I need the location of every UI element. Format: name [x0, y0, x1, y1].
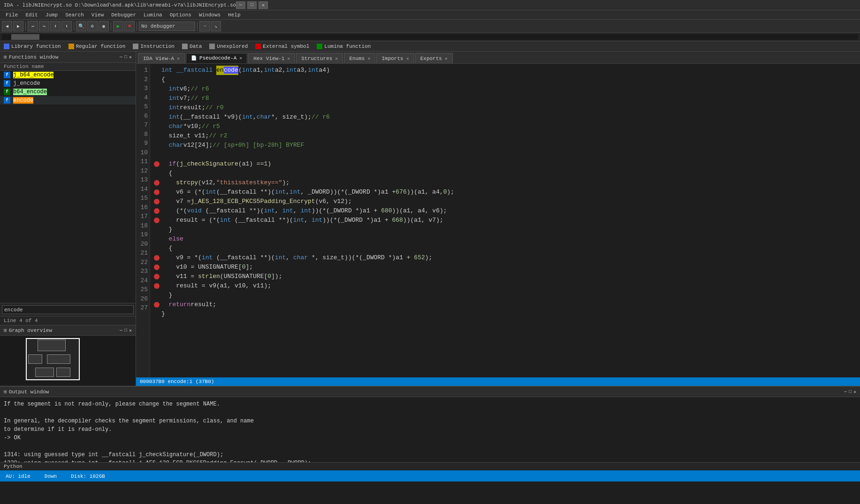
output-line-2 — [4, 408, 856, 417]
toolbar-btn-step[interactable]: → — [199, 21, 210, 31]
python-prompt[interactable]: Python — [0, 462, 860, 470]
output-section: ⊞ Output window — □ ✕ If the segment is … — [0, 386, 860, 470]
menu-item-jump[interactable]: Jump — [42, 11, 61, 19]
bp-15 — [154, 199, 160, 204]
graph-overview-minimize-icon[interactable]: — — [120, 328, 122, 333]
function-list: f j_b64_encode f j_encode f b64_encode f… — [0, 71, 136, 303]
tab-ida-view-a[interactable]: IDA View-A ✕ — [138, 53, 185, 63]
toolbar-btn-8[interactable]: ⚙ — [87, 21, 98, 31]
tab-hex-view-1-close[interactable]: ✕ — [287, 56, 290, 61]
titlebar: IDA - libJNIEncrypt.so D:\Download\and.a… — [0, 0, 860, 10]
functions-float-icon[interactable]: □ — [124, 54, 127, 60]
func-label-b64-encode: b64_encode — [13, 89, 47, 95]
toolbar-btn-1[interactable]: ◀ — [2, 21, 12, 31]
tab-structures[interactable]: Structures ✕ — [296, 53, 343, 63]
func-icon-j-b64: f — [4, 72, 10, 78]
code-line-21: v9 = *(int (__fastcall **)(int, char *, … — [154, 253, 856, 263]
toolbar-btn-2[interactable]: ▶ — [13, 21, 23, 31]
tab-imports-close[interactable]: ✕ — [406, 56, 409, 61]
bp-24 — [154, 283, 160, 289]
status-disk: Disk: 102GB — [71, 474, 105, 479]
tab-hex-view-1[interactable]: Hex View-1 ✕ — [248, 53, 295, 63]
output-line-7: 1314: using guessed type int __fastcall … — [4, 451, 856, 459]
graph-overview-float-icon[interactable]: □ — [124, 328, 127, 333]
toolbar-btn-over[interactable]: ↘ — [211, 21, 221, 31]
functions-minimize-icon[interactable]: — — [120, 54, 122, 60]
minimize-button[interactable]: — — [236, 1, 245, 9]
main-area: ⊞ Functions window — □ ✕ Function name f… — [0, 52, 860, 386]
output-minimize-icon[interactable]: — — [844, 389, 847, 394]
bp-10 — [154, 152, 160, 158]
toolbar-btn-6[interactable]: ⬇ — [61, 21, 72, 31]
toolbar-btn-9[interactable]: ◉ — [99, 21, 109, 31]
func-item-encode[interactable]: f encode — [0, 96, 136, 105]
legend-instruction-dot — [133, 44, 138, 49]
menu-item-search[interactable]: Search — [61, 11, 88, 19]
code-line-25: } — [154, 291, 856, 300]
status-down: Down — [45, 474, 57, 479]
legend-external-label: External symbol — [263, 44, 309, 49]
functions-close-icon[interactable]: ✕ — [129, 54, 132, 60]
toolbar-btn-7[interactable]: 🔍 — [76, 21, 86, 31]
graph-overview-close-icon[interactable]: ✕ — [129, 328, 132, 333]
toolbar-btn-3[interactable]: ↩ — [28, 21, 38, 31]
bp-4 — [154, 96, 160, 101]
output-line-1: If the segment is not read-only, please … — [4, 400, 856, 408]
tab-pseudocode-a[interactable]: 📄 Pseudocode-A ✕ — [186, 53, 247, 63]
toolbar-sep-4 — [137, 22, 137, 30]
function-search-input[interactable] — [2, 305, 134, 314]
menu-item-file[interactable]: File — [2, 11, 22, 19]
output-float-icon[interactable]: □ — [849, 389, 852, 394]
menu-item-lumina[interactable]: Lumina — [140, 11, 166, 19]
menu-item-help[interactable]: Help — [224, 11, 244, 19]
menu-item-view[interactable]: View — [88, 11, 107, 19]
close-button[interactable]: ✕ — [259, 1, 268, 9]
menu-item-edit[interactable]: Edit — [22, 11, 41, 19]
bp-1 — [154, 68, 160, 73]
menu-item-options[interactable]: Options — [166, 11, 195, 19]
bp-9 — [154, 143, 160, 148]
code-line-10 — [154, 150, 856, 159]
output-line-4: to determine if it is read-only. — [4, 425, 856, 434]
tab-imports-label: Imports — [381, 56, 403, 61]
toolbar-btn-stop[interactable]: ■ — [124, 21, 135, 31]
code-line-26: return result; — [154, 300, 856, 309]
menu-item-windows[interactable]: Windows — [195, 11, 224, 19]
tab-enums[interactable]: Enums ✕ — [344, 53, 375, 63]
search-box — [0, 303, 136, 316]
tab-imports[interactable]: Imports ✕ — [376, 53, 414, 63]
scrollbar-track[interactable] — [2, 34, 858, 40]
legend-lumina-dot — [317, 44, 322, 49]
toolbar-btn-5[interactable]: ⬆ — [50, 21, 61, 31]
debugger-dropdown[interactable]: No debugger — [139, 22, 195, 31]
legend-data-label: Data — [190, 44, 202, 49]
output-line-5: -> OK — [4, 434, 856, 442]
tab-structures-close[interactable]: ✕ — [335, 56, 338, 61]
maximize-button[interactable]: □ — [247, 1, 257, 9]
tab-exports-close[interactable]: ✕ — [445, 56, 448, 61]
tab-enums-close[interactable]: ✕ — [367, 56, 370, 61]
top-scrollbar[interactable] — [0, 33, 860, 41]
code-line-12: { — [154, 169, 856, 178]
tab-exports[interactable]: Exports ✕ — [415, 53, 453, 63]
menu-item-debugger[interactable]: Debugger — [107, 11, 140, 19]
func-item-j-b64-encode[interactable]: f j_b64_encode — [0, 71, 136, 79]
code-line-7: char *v10; // r5 — [154, 122, 856, 131]
code-line-24: result = v9(a1, v10, v11); — [154, 281, 856, 291]
bp-13 — [154, 180, 160, 186]
tab-ida-view-a-label: IDA View-A — [143, 56, 174, 61]
scrollbar-thumb[interactable] — [11, 34, 39, 40]
output-close-icon[interactable]: ✕ — [853, 389, 856, 395]
legend-library-dot — [4, 44, 9, 49]
toolbar-btn-run[interactable]: ▶ — [113, 21, 123, 31]
func-item-b64-encode[interactable]: f b64_encode — [0, 88, 136, 96]
graph-viewport-indicator — [26, 338, 80, 380]
toolbar-sep-3 — [111, 22, 111, 30]
code-line-20: { — [154, 244, 856, 253]
func-item-j-encode[interactable]: f j_encode — [0, 79, 136, 88]
tab-ida-view-a-close[interactable]: ✕ — [177, 56, 180, 61]
code-line-11: if ( j_checkSignature(a1) == 1 ) — [154, 159, 856, 169]
tab-pseudocode-a-close[interactable]: ✕ — [239, 55, 242, 61]
legend-library-label: Library function — [11, 44, 61, 49]
toolbar-btn-4[interactable]: ↪ — [39, 21, 49, 31]
